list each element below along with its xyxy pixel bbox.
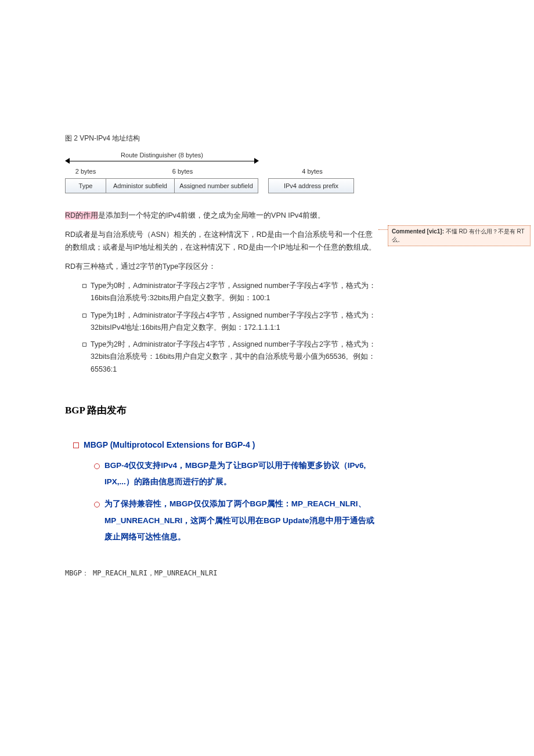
arrow-line	[67, 161, 257, 161]
cell-ipv4-prefix: IPv4 address prefix	[268, 178, 354, 193]
main-content: 图 2 VPN-IPv4 地址结构 Route Distinguisher (8…	[65, 134, 378, 578]
slide-item: BGP-4仅仅支持IPv4，MBGP是为了让BGP可以用于传输更多协议（IPv6…	[94, 458, 378, 491]
cell-admin: Administor subfield	[106, 178, 175, 193]
comment-bubble[interactable]: Commented [vic1]: 不懂 RD 有什么用？不是有 RT 么。	[388, 225, 531, 246]
para1-rest: 是添加到一个特定的IPv4前缀，使之成为全局唯一的VPN IPv4前缀。	[98, 211, 325, 219]
bytes-row: 2 bytes 6 bytes 4 bytes	[65, 168, 378, 175]
cell-assigned: Assigned number subfield	[174, 178, 258, 193]
paragraph-3: RD有三种格式，通过2字节的Type字段区分：	[65, 261, 378, 273]
table-row: Type Administor subfield Assigned number…	[65, 178, 378, 193]
paragraph-1: RD的作用是添加到一个特定的IPv4前缀，使之成为全局唯一的VPN IPv4前缀…	[65, 210, 378, 222]
list-item: Type为2时，Administrator子字段占4字节，Assigned nu…	[82, 339, 378, 376]
slide-heading: MBGP (Multiprotocol Extensions for BGP-4…	[73, 440, 378, 449]
bytes-label-1: 2 bytes	[65, 168, 106, 175]
list-item: Type为1时，Administrator子字段占4字节，Assigned nu…	[82, 309, 378, 334]
arrow-label: Route Distinguisher (8 bytes)	[65, 152, 259, 159]
comment-connector	[378, 229, 388, 230]
page-container: 图 2 VPN-IPv4 地址结构 Route Distinguisher (8…	[0, 0, 534, 753]
rd-format-list: Type为0时，Administrator子字段占2字节，Assigned nu…	[65, 280, 378, 376]
comment-label: Commented [vic1]:	[392, 228, 444, 235]
section-title: BGP 路由发布	[65, 404, 378, 417]
arrow-row: Route Distinguisher (8 bytes)	[65, 155, 378, 167]
cell-type: Type	[65, 178, 106, 193]
mono-note: MBGP： MP_REACH_NLRI，MP_UNREACH_NLRI	[65, 568, 378, 578]
list-item: Type为0时，Administrator子字段占2字节，Assigned nu…	[82, 280, 378, 305]
bytes-label-3: 4 bytes	[269, 168, 355, 175]
slide-list: BGP-4仅仅支持IPv4，MBGP是为了让BGP可以用于传输更多协议（IPv6…	[73, 458, 378, 546]
slide-item: 为了保持兼容性，MBGP仅仅添加了两个BGP属性：MP_REACH_NLRI、M…	[94, 496, 378, 545]
figure-caption: 图 2 VPN-IPv4 地址结构	[65, 134, 378, 143]
slide-box: MBGP (Multiprotocol Extensions for BGP-4…	[65, 440, 378, 546]
arrow-right-icon	[254, 158, 259, 164]
paragraph-2: RD或者是与自治系统号（ASN）相关的，在这种情况下，RD是由一个自治系统号和一…	[65, 229, 378, 254]
vpn-ipv4-diagram: Route Distinguisher (8 bytes) 2 bytes 6 …	[65, 155, 378, 193]
bytes-label-2: 6 bytes	[106, 168, 259, 175]
highlight-rd: RD的作用	[65, 211, 98, 219]
